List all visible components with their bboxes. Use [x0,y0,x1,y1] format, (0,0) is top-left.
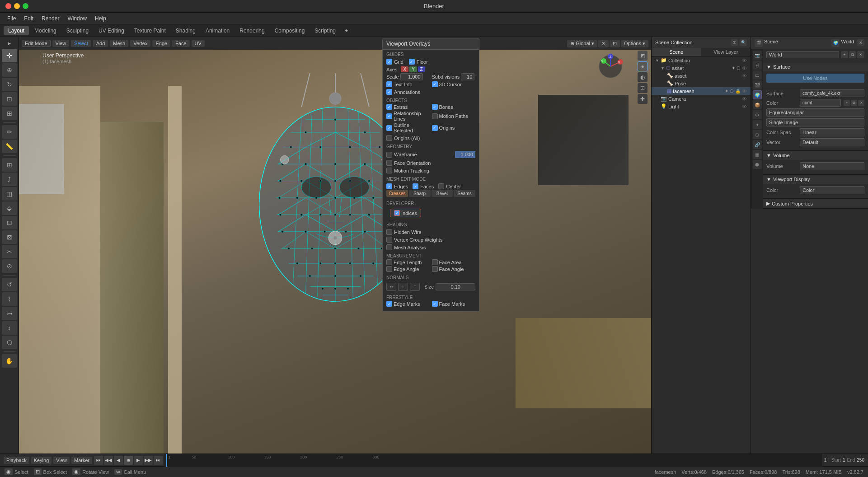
marker-btn[interactable]: Marker [71,457,92,464]
tool-inset[interactable]: ◫ [2,187,17,201]
tree-item-facemesh[interactable]: ▦ facemesh ✦ ⬡ 🔒 👁 [652,87,751,95]
color-new-btn[interactable]: + [844,100,850,106]
edit-mode-dropdown[interactable]: Edit Mode [22,40,51,47]
creases-btn[interactable]: Creases [386,190,408,197]
viewport-display-header[interactable]: ▼ Viewport Display [763,175,868,184]
relationship-lines-checkbox[interactable]: ✓ [386,113,392,119]
tool-bevel[interactable]: ⬙ [2,201,17,215]
proportional-edit-btn[interactable]: ⊡ [610,40,620,47]
tree-item-pose[interactable]: 🦴 Pose [652,80,751,87]
tool-push-pull[interactable]: ↕ [2,321,17,335]
single-image-value[interactable]: Single Image [766,118,864,126]
bones-checkbox[interactable]: ✓ [432,104,438,110]
use-nodes-btn[interactable]: Use Nodes [766,74,864,83]
tool-grab[interactable]: ✋ [2,354,17,368]
tab-modeling[interactable]: Modeling [30,26,61,35]
tab-texture-paint[interactable]: Texture Paint [130,26,170,35]
tab-compositing[interactable]: Compositing [270,26,310,35]
floor-checkbox[interactable]: ✓ [409,59,415,65]
armature-eye-icon[interactable]: 👁 [742,73,747,79]
props-world-settings-icon[interactable]: 🌍 [753,90,762,99]
vp-color-value[interactable]: Color [800,186,864,194]
cursor-3d-checkbox[interactable]: ✓ [432,81,438,87]
bevel-btn[interactable]: Bevel [432,190,453,197]
jump-end-btn[interactable]: ⏭ [154,456,163,465]
props-constraints-icon[interactable]: 🔗 [753,140,762,149]
props-scene-icon[interactable]: 🎬 [755,39,763,47]
volume-value[interactable]: None [800,162,864,170]
tool-annotate[interactable]: ✏ [2,125,17,139]
edge-length-checkbox[interactable] [386,259,392,265]
subdivisions-input[interactable] [461,73,474,80]
tool-loop-cut[interactable]: ⊟ [2,216,17,229]
menu-render[interactable]: Render [38,14,63,23]
tree-item-armature-asset[interactable]: 🦴 asset 👁 [652,72,751,80]
scale-input[interactable] [400,73,423,80]
axis-z-btn[interactable]: Z [418,66,425,72]
playback-btn[interactable]: Playback [4,457,29,464]
tree-item-camera[interactable]: 📷 Camera 👁 [652,95,751,103]
color-delete-btn[interactable]: ✕ [858,100,864,106]
light-eye-icon[interactable]: 👁 [742,104,747,109]
center-checkbox[interactable] [438,183,444,189]
normal-loop-btn[interactable]: ⊺ [410,283,420,291]
props-physics-icon[interactable]: ⬡ [753,130,762,139]
tab-rendering[interactable]: Rendering [235,26,269,35]
edge-marks-checkbox[interactable]: ✓ [386,301,392,307]
origins-all-checkbox[interactable] [386,135,392,141]
props-material-icon[interactable]: ⬢ [753,160,762,169]
world-name-field[interactable]: World [766,51,839,58]
annotations-checkbox[interactable]: ✓ [386,89,392,95]
face-angle-checkbox[interactable] [432,266,438,272]
camera-eye-icon[interactable]: 👁 [742,96,747,102]
timeline-ruler[interactable]: 1 50 100 150 200 250 300 [164,454,822,467]
facemesh-eye-icon[interactable]: 👁 [742,89,747,94]
tab-sculpting[interactable]: Sculpting [62,26,93,35]
surface-header[interactable]: ▼ Surface [763,62,868,71]
tool-transform[interactable]: ⊞ [2,107,17,120]
face-marks-checkbox[interactable]: ✓ [432,301,438,307]
color-value[interactable]: comf [800,99,841,107]
hidden-wire-checkbox[interactable] [386,229,392,235]
scene-search-btn[interactable]: 🔍 [740,39,747,46]
menu-file[interactable]: File [4,14,19,23]
tree-item-light[interactable]: 💡 Light 👁 [652,103,751,110]
props-particles-icon[interactable]: ✦ [753,120,762,129]
world-copy-btn[interactable]: ⧉ [849,51,856,58]
props-view-layer-icon[interactable]: 🗂 [753,70,762,80]
viewport-gizmo-btn[interactable]: ✚ [638,94,647,104]
tree-item-collection[interactable]: ▼ 📁 Collection 👁 [652,56,751,64]
minimize-button[interactable] [14,3,20,9]
props-output-icon[interactable]: 🖨 [753,61,762,70]
tool-add[interactable]: ⊞ [2,158,17,172]
wireframe-value[interactable] [455,151,475,158]
indices-checkbox[interactable]: ✓ [394,210,400,216]
menu-help[interactable]: Help [91,14,110,23]
tool-scale[interactable]: ⊡ [2,92,17,106]
keying-btn[interactable]: Keying [31,457,52,464]
tab-scene[interactable]: Scene [652,48,701,56]
props-modifiers-icon[interactable]: ⚙ [753,110,762,119]
menu-window[interactable]: Window [64,14,90,23]
stop-btn[interactable]: ■ [124,456,133,465]
add-workspace-button[interactable]: + [341,26,352,35]
axis-x-btn[interactable]: X [401,66,408,72]
text-info-checkbox[interactable]: ✓ [386,81,392,87]
tool-rotate[interactable]: ↻ [2,78,17,91]
sharp-btn[interactable]: Sharp [409,190,431,197]
viewport-overlays-btn[interactable]: ⊡ [638,83,647,93]
tool-measure[interactable]: 📏 [2,140,17,153]
vertex-group-weights-checkbox[interactable] [386,237,392,243]
viewport-shading-render[interactable]: ◐ [638,72,647,82]
extras-checkbox[interactable]: ✓ [386,104,392,110]
origins-checkbox[interactable]: ✓ [432,125,438,131]
world-delete-btn[interactable]: ✕ [857,51,864,58]
options-btn[interactable]: Options ▾ [621,40,648,47]
edge-angle-checkbox[interactable] [386,266,392,272]
faces-checkbox[interactable]: ✓ [413,183,418,189]
projection-value[interactable]: Equirectangular [766,108,864,117]
props-world-icon[interactable]: 🌍 [831,39,840,47]
scene-filter-btn[interactable]: ⧖ [731,39,738,46]
tab-layout[interactable]: Layout [4,26,29,35]
tab-uv-editing[interactable]: UV Editing [94,26,129,35]
